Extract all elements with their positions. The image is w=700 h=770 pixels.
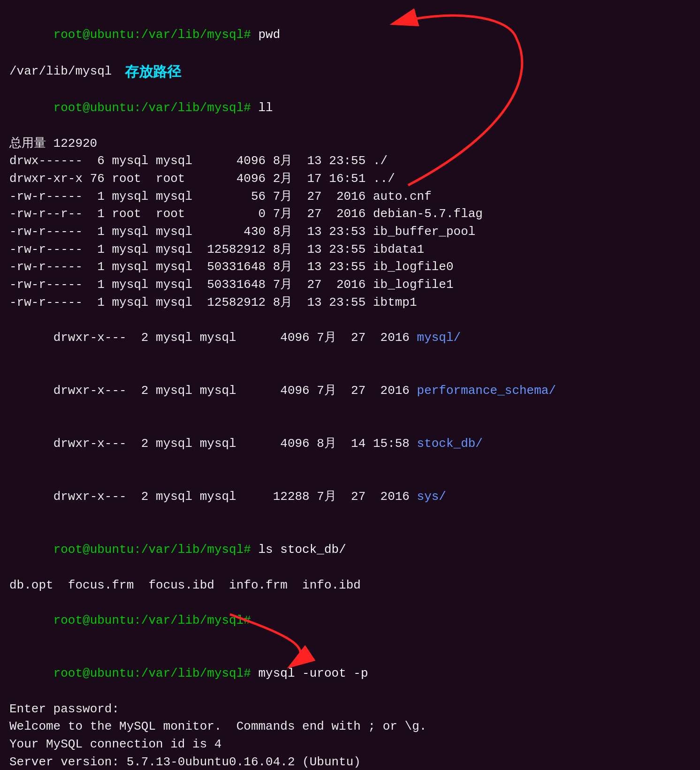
line-4: 总用量 122920 xyxy=(9,135,691,153)
line-23: Welcome to the MySQL monitor. Commands e… xyxy=(9,718,691,736)
line-21: root@ubuntu:/var/lib/mysql# mysql -uroot… xyxy=(9,648,691,701)
line-3: root@ubuntu:/var/lib/mysql# ll xyxy=(9,82,691,135)
cmd-pwd: pwd xyxy=(259,28,281,42)
line-12: -rw-r----- 1 mysql mysql 50331648 7月 27 … xyxy=(9,276,691,294)
terminal-window: root@ubuntu:/var/lib/mysql# pwd /var/lib… xyxy=(0,0,700,770)
cmd-mysql: mysql -uroot -p xyxy=(259,666,368,680)
line-18: root@ubuntu:/var/lib/mysql# ls stock_db/ xyxy=(9,524,691,577)
cmd-ll: ll xyxy=(259,101,273,115)
line-17: drwxr-x--- 2 mysql mysql 12288 7月 27 201… xyxy=(9,471,691,524)
line-9: -rw-r----- 1 mysql mysql 430 8月 13 23:53… xyxy=(9,223,691,241)
line-15: drwxr-x--- 2 mysql mysql 4096 7月 27 2016… xyxy=(9,365,691,418)
prompt-21: root@ubuntu:/var/lib/mysql# xyxy=(53,666,259,680)
cmd-ls-stockdb: ls stock_db/ xyxy=(259,543,346,557)
line-5: drwx------ 6 mysql mysql 4096 8月 13 23:5… xyxy=(9,152,691,170)
prompt-1: root@ubuntu:/var/lib/mysql# xyxy=(53,28,259,42)
line-10: -rw-r----- 1 mysql mysql 12582912 8月 13 … xyxy=(9,241,691,259)
line-25: Server version: 5.7.13-0ubuntu0.16.04.2 … xyxy=(9,754,691,770)
line-11: -rw-r----- 1 mysql mysql 50331648 8月 13 … xyxy=(9,258,691,276)
prompt-3: root@ubuntu:/var/lib/mysql# xyxy=(53,101,259,115)
line-1: root@ubuntu:/var/lib/mysql# pwd xyxy=(9,8,691,61)
line-13: -rw-r----- 1 mysql mysql 12582912 8月 13 … xyxy=(9,294,691,312)
line-7: -rw-r----- 1 mysql mysql 56 7月 27 2016 a… xyxy=(9,188,691,206)
line-22: Enter password: xyxy=(9,701,691,718)
line-2: /var/lib/mysql 存放路径 xyxy=(9,61,691,82)
line-19: db.opt focus.frm focus.ibd info.frm info… xyxy=(9,577,691,595)
line-20: root@ubuntu:/var/lib/mysql# xyxy=(9,595,691,648)
line-24: Your MySQL connection id is 4 xyxy=(9,736,691,754)
line-16: drwxr-x--- 2 mysql mysql 4096 8月 14 15:5… xyxy=(9,418,691,471)
path-annotation: 存放路径 xyxy=(125,61,181,82)
line-8: -rw-r--r-- 1 root root 0 7月 27 2016 debi… xyxy=(9,205,691,223)
prompt-18: root@ubuntu:/var/lib/mysql# xyxy=(53,543,259,557)
line-14: drwxr-x--- 2 mysql mysql 4096 7月 27 2016… xyxy=(9,312,691,365)
prompt-20: root@ubuntu:/var/lib/mysql# xyxy=(53,613,259,627)
line-6: drwxr-xr-x 76 root root 4096 2月 17 16:51… xyxy=(9,170,691,188)
terminal-content: root@ubuntu:/var/lib/mysql# pwd /var/lib… xyxy=(9,8,691,770)
output-path: /var/lib/mysql xyxy=(9,63,112,81)
